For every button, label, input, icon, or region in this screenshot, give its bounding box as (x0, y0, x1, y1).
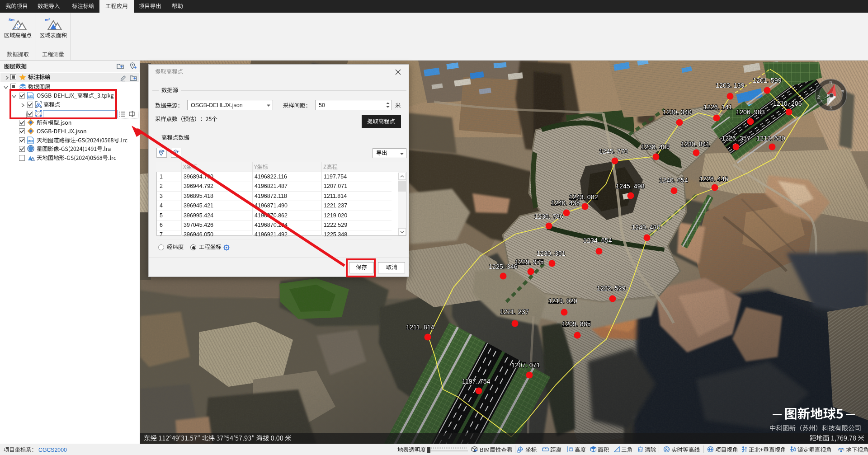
svg-text:1226. 357: 1226. 357 (722, 135, 750, 142)
svg-text:m²: m² (45, 18, 50, 22)
svg-text:1210. 206: 1210. 206 (773, 100, 802, 107)
svg-text:1229. 975: 1229. 975 (515, 258, 544, 266)
svg-text:1230. 351: 1230. 351 (537, 250, 566, 257)
svg-text:1207. 071: 1207. 071 (511, 361, 540, 369)
svg-text:1230. 841: 1230. 841 (681, 141, 710, 148)
svg-text:1201. 599: 1201. 599 (753, 77, 782, 84)
svg-text:1228. 446: 1228. 446 (699, 175, 728, 183)
svg-text:1206. 983: 1206. 983 (736, 108, 765, 116)
svg-text:S: S (830, 106, 832, 110)
svg-text:1230. 340: 1230. 340 (663, 108, 692, 116)
svg-text:1219. 020: 1219. 020 (548, 297, 577, 305)
svg-text:N: N (830, 80, 833, 84)
svg-text:1240. 430: 1240. 430 (632, 224, 660, 231)
svg-text:E: E (840, 89, 845, 93)
svg-text:1222. 529: 1222. 529 (597, 285, 626, 292)
svg-text:1225. 346: 1225. 346 (489, 263, 518, 270)
svg-text:1209. 885: 1209. 885 (562, 320, 591, 328)
svg-text:1197. 754: 1197. 754 (462, 378, 491, 385)
svg-text:1234. 654: 1234. 654 (583, 237, 612, 244)
svg-text:1236. 786: 1236. 786 (534, 213, 563, 220)
svg-text:1245. 770: 1245. 770 (599, 148, 628, 155)
svg-text:8m: 8m (9, 18, 14, 22)
svg-text:1226. 141: 1226. 141 (703, 103, 732, 111)
svg-text:1212. 620: 1212. 620 (756, 135, 785, 142)
svg-text:1211. 814: 1211. 814 (406, 324, 434, 331)
svg-text:1203. 139: 1203. 139 (716, 82, 745, 89)
svg-text:1238. 409: 1238. 409 (641, 143, 670, 150)
svg-text:1221. 237: 1221. 237 (500, 308, 529, 315)
svg-text:LRC: LRC (28, 140, 33, 142)
svg-text:1240. 054: 1240. 054 (659, 177, 688, 184)
svg-text:1245. 498: 1245. 498 (616, 183, 645, 190)
svg-text:1240. 438: 1240. 438 (551, 199, 580, 206)
